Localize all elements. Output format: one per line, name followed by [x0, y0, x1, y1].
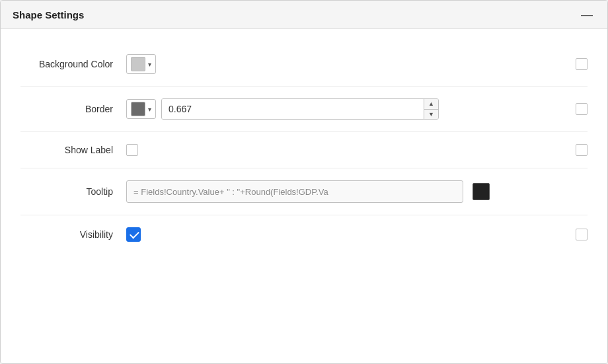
- show-label-outer-checkbox[interactable]: [576, 144, 588, 156]
- panel-title: Shape Settings: [13, 9, 84, 20]
- visibility-checkbox[interactable]: [126, 227, 141, 242]
- background-color-picker[interactable]: ▾: [126, 54, 156, 74]
- background-color-swatch: [131, 57, 145, 71]
- shape-settings-panel: Shape Settings — Background Color ▾ Bord…: [0, 0, 608, 364]
- visibility-outer-checkbox[interactable]: [576, 229, 588, 240]
- border-decrement-button[interactable]: ▼: [424, 110, 438, 120]
- minimize-button[interactable]: —: [578, 9, 595, 20]
- show-label-control: [126, 144, 588, 156]
- background-color-label: Background Color: [20, 59, 126, 69]
- tooltip-control: [126, 180, 588, 203]
- tooltip-row: Tooltip: [20, 168, 588, 215]
- background-color-chevron-icon: ▾: [148, 61, 151, 68]
- border-row-checkbox[interactable]: [576, 103, 588, 115]
- border-row: Border ▾ ▲ ▼: [20, 87, 588, 131]
- border-increment-button[interactable]: ▲: [424, 99, 438, 110]
- visibility-control: [126, 227, 588, 242]
- show-label-label: Show Label: [20, 145, 126, 155]
- show-label-checkbox[interactable]: [126, 144, 138, 156]
- background-color-row: Background Color ▾: [20, 42, 588, 86]
- visibility-row-checkbox[interactable]: [576, 229, 588, 240]
- panel-header: Shape Settings —: [1, 1, 607, 29]
- show-label-row-checkbox[interactable]: [576, 144, 588, 156]
- background-color-checkbox[interactable]: [576, 58, 588, 70]
- border-value-input-wrapper: ▲ ▼: [161, 98, 439, 120]
- border-control: ▾ ▲ ▼: [126, 98, 588, 120]
- tooltip-input[interactable]: [126, 180, 463, 203]
- tooltip-color-swatch[interactable]: [473, 183, 490, 200]
- panel-body: Background Color ▾ Border ▾: [1, 29, 607, 363]
- border-label: Border: [20, 104, 126, 114]
- visibility-label: Visibility: [20, 229, 126, 240]
- border-checkbox[interactable]: [576, 103, 588, 115]
- show-label-row: Show Label: [20, 132, 588, 168]
- tooltip-label: Tooltip: [20, 186, 126, 197]
- border-color-swatch: [131, 102, 145, 116]
- border-color-picker[interactable]: ▾: [126, 99, 156, 119]
- border-value-input[interactable]: [162, 99, 424, 119]
- visibility-row: Visibility: [20, 215, 588, 254]
- background-color-row-checkbox[interactable]: [576, 58, 588, 70]
- border-spinners: ▲ ▼: [424, 99, 438, 119]
- background-color-control: ▾: [126, 54, 588, 74]
- border-chevron-icon: ▾: [148, 106, 151, 113]
